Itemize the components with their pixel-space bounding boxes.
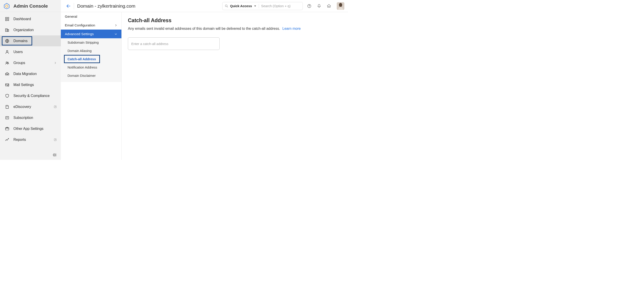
sidebar-item-ediscovery[interactable]: eDiscovery (0, 101, 61, 112)
help-button[interactable] (306, 3, 312, 10)
home-button[interactable] (326, 3, 332, 10)
chevron-down-icon (114, 33, 118, 36)
svg-rect-8 (6, 19, 7, 21)
content-title: Catch-all Address (128, 18, 342, 24)
user-avatar[interactable] (337, 2, 344, 10)
submenu-child-subdomain-stripping[interactable]: Subdomain Stripping (61, 38, 122, 47)
sidebar-item-label: Reports (14, 138, 26, 142)
separator (74, 3, 74, 9)
svg-point-0 (6, 5, 8, 7)
quick-access-dropdown[interactable]: Quick Access (225, 4, 256, 8)
svg-point-17 (8, 85, 9, 86)
sidebar-item-groups[interactable]: Groups (0, 57, 61, 68)
apps-icon (4, 126, 10, 131)
sidebar-item-label: Groups (14, 61, 25, 65)
quick-access-label: Quick Access (230, 4, 252, 8)
sidebar-item-dashboard[interactable]: Dashboard (0, 14, 61, 24)
quick-search-box: Quick Access (222, 2, 303, 10)
sidebar-item-label: Mail Settings (14, 83, 34, 87)
caret-down-icon (254, 5, 256, 8)
migration-icon (4, 71, 10, 77)
notifications-button[interactable] (316, 3, 322, 10)
sidebar-item-label: Users (14, 50, 23, 54)
svg-point-3 (309, 7, 310, 7)
ediscovery-icon (4, 104, 10, 109)
sidebar-item-subscription[interactable]: Subscription (0, 112, 61, 123)
svg-rect-6 (6, 17, 7, 19)
sidebar: Dashboard Organization Domains Users (0, 12, 61, 160)
sidebar-item-label: Domains (14, 39, 28, 43)
sidebar-item-reports[interactable]: Reports (0, 134, 61, 145)
sidebar-item-security[interactable]: Security & Compliance (0, 90, 61, 101)
submenu-child-label: Subdomain Stripping (68, 41, 98, 44)
submenu-child-label: Notification Address (68, 65, 97, 69)
sidebar-item-label: Dashboard (14, 17, 31, 21)
external-link-icon (54, 138, 57, 141)
sidebar-item-label: Other App Settings (14, 127, 44, 131)
submenu-child-label: Domain Disclaimer (68, 74, 96, 77)
submenu-children: Subdomain Stripping Domain Aliasing Catc… (61, 38, 122, 82)
submenu-child-domain-aliasing[interactable]: Domain Aliasing (61, 47, 122, 55)
chevron-right-icon (54, 61, 57, 65)
sidebar-item-domains[interactable]: Domains (0, 35, 61, 46)
sidebar-item-other-apps[interactable]: Other App Settings (0, 123, 61, 134)
external-link-icon (54, 105, 57, 108)
submenu-label: Email Configuration (65, 23, 95, 27)
submenu-label: General (65, 15, 77, 19)
submenu-child-label: Catch-all Address (68, 57, 96, 61)
learn-more-link[interactable]: Learn more (282, 27, 301, 31)
svg-point-13 (6, 50, 8, 52)
brand-title: Admin Console (14, 3, 48, 9)
sidebar-item-organization[interactable]: Organization (0, 24, 61, 35)
search-input[interactable] (261, 4, 299, 8)
dashboard-icon (4, 16, 10, 22)
submenu-label: Advanced Settings (65, 32, 94, 36)
back-button[interactable] (65, 3, 72, 10)
description-text: Any emails sent invalid email addresses … (128, 27, 280, 31)
globe-icon (4, 38, 10, 44)
sidebar-item-label: Subscription (14, 116, 33, 120)
submenu-child-catchall[interactable]: Catch-all Address (61, 55, 122, 63)
sidebar-item-label: Data Migration (14, 72, 37, 76)
subscription-icon (4, 115, 10, 120)
search-icon (225, 4, 228, 8)
content: Catch-all Address Any emails sent invali… (122, 12, 348, 160)
collapse-sidebar-button[interactable] (52, 153, 57, 157)
sidebar-item-label: Organization (14, 28, 34, 32)
catchall-address-input[interactable] (128, 37, 220, 50)
content-description: Any emails sent invalid email addresses … (128, 27, 342, 31)
svg-rect-19 (6, 116, 8, 119)
shield-icon (4, 93, 10, 98)
submenu-child-notification-address[interactable]: Notification Address (61, 63, 122, 71)
sidebar-item-mail-settings[interactable]: Mail Settings (0, 79, 61, 90)
brand: Admin Console (0, 0, 61, 12)
sidebar-item-label: Security & Compliance (14, 94, 50, 98)
user-icon (4, 49, 10, 55)
svg-rect-20 (6, 128, 9, 130)
submenu-item-advanced[interactable]: Advanced Settings (61, 30, 122, 38)
svg-rect-7 (8, 17, 9, 19)
sidebar-item-label: eDiscovery (14, 105, 31, 109)
svg-point-9 (8, 19, 9, 21)
separator (259, 4, 259, 8)
submenu: General Email Configuration Advanced Set… (61, 12, 122, 160)
submenu-child-domain-disclaimer[interactable]: Domain Disclaimer (61, 71, 122, 80)
app-logo-icon (3, 3, 10, 10)
reports-icon (4, 137, 10, 142)
organization-icon (4, 27, 10, 33)
submenu-item-email-config[interactable]: Email Configuration (61, 21, 122, 30)
svg-point-14 (6, 62, 7, 63)
sidebar-item-data-migration[interactable]: Data Migration (0, 68, 61, 79)
chevron-right-icon (114, 24, 118, 27)
sidebar-item-users[interactable]: Users (0, 46, 61, 57)
page-title: Domain - zylkertraining.com (77, 3, 135, 9)
svg-point-15 (8, 62, 8, 63)
groups-icon (4, 60, 10, 66)
mail-settings-icon (4, 82, 10, 88)
submenu-child-label: Domain Aliasing (68, 49, 92, 53)
submenu-item-general[interactable]: General (61, 12, 122, 21)
